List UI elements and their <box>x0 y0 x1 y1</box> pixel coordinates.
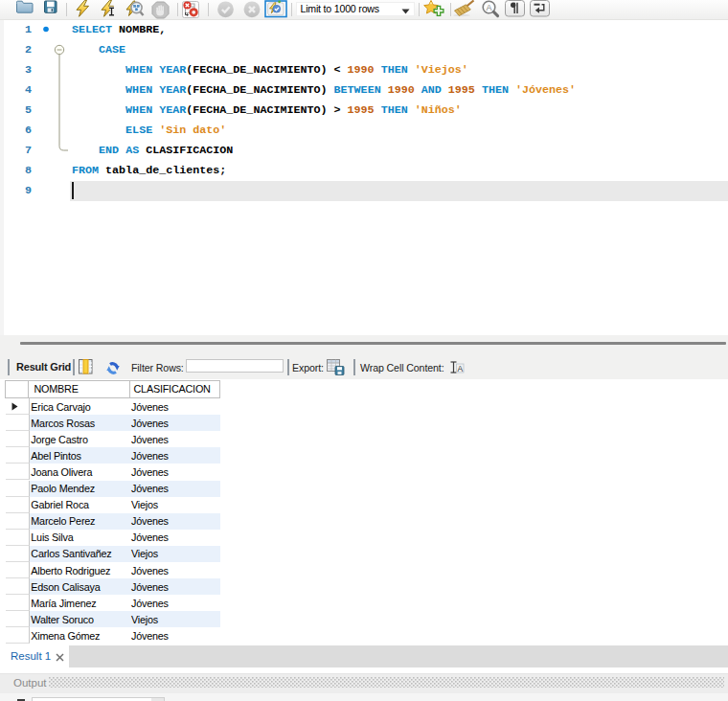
svg-text:A: A <box>458 363 464 373</box>
svg-text:A: A <box>486 3 491 12</box>
